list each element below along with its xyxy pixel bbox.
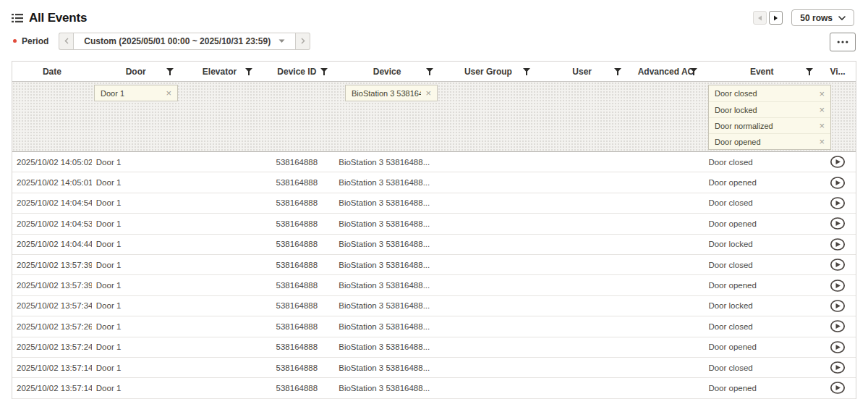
table-header-row: Date Door Elevator Device ID Device User… (12, 62, 856, 82)
column-label: Advanced AC (638, 67, 694, 77)
view-video-button[interactable] (830, 156, 846, 168)
play-circle-icon (830, 217, 846, 230)
door-filter-chip: Door 1 × (94, 85, 178, 101)
view-video-button[interactable] (830, 280, 846, 292)
play-circle-icon (830, 156, 846, 168)
event-filter-chip: Door closed × (709, 85, 830, 101)
column-label: Date (43, 67, 61, 77)
table-row: 2025/10/02 13:57:14 Door 1 538164888 Bio… (12, 358, 856, 378)
column-header-user[interactable]: User (537, 62, 628, 81)
table-row: 2025/10/02 13:57:26 Door 1 538164888 Bio… (12, 316, 856, 337)
funnel-icon[interactable] (523, 68, 530, 75)
funnel-icon[interactable] (320, 68, 328, 75)
view-video-button[interactable] (830, 197, 846, 209)
view-video-button[interactable] (830, 259, 846, 271)
cell-device-id: 538164888 (259, 322, 334, 331)
close-icon[interactable]: × (819, 137, 825, 146)
cell-door: Door 1 (92, 198, 180, 207)
cell-door: Door 1 (92, 281, 180, 290)
cell-device: BioStation 3 53816488... (334, 301, 440, 310)
table-row: 2025/10/02 14:04:44 Door 1 538164888 Bio… (12, 235, 856, 255)
cell-view (820, 259, 856, 271)
play-circle-icon (830, 259, 846, 271)
funnel-icon[interactable] (426, 68, 433, 75)
cell-event: Door closed (704, 322, 820, 331)
view-video-button[interactable] (830, 382, 846, 394)
column-header-event[interactable]: Event (704, 62, 820, 81)
cell-date: 2025/10/02 13:57:39 (12, 281, 92, 290)
device-filter-chip: BioStation 3 538164... × (345, 85, 438, 101)
column-header-advanced-ac[interactable]: Advanced AC (628, 62, 705, 81)
view-video-button[interactable] (830, 177, 846, 189)
close-icon[interactable]: × (819, 89, 825, 98)
cell-door: Door 1 (92, 364, 180, 372)
title-bar: All Events 50 rows (12, 9, 856, 28)
column-header-elevator[interactable]: Elevator (180, 62, 260, 81)
period-control: Custom (2025/05/01 00:00 ~ 2025/10/31 23… (59, 33, 310, 50)
funnel-icon[interactable] (614, 68, 621, 75)
column-label: User Group (464, 67, 512, 77)
view-video-button[interactable] (830, 320, 846, 332)
period-prev-button[interactable] (59, 33, 73, 50)
view-video-button[interactable] (830, 300, 846, 312)
chip-label: Door closed (715, 89, 757, 98)
cell-view (820, 361, 856, 374)
left-arrow-icon (757, 15, 762, 21)
view-video-button[interactable] (830, 361, 846, 374)
column-label: User (572, 67, 592, 77)
rows-per-page-select[interactable]: 50 rows (791, 9, 854, 26)
next-page-button[interactable] (769, 11, 783, 25)
view-video-button[interactable] (830, 341, 846, 353)
cell-date: 2025/10/02 13:57:26 (12, 322, 92, 331)
column-header-vi-[interactable]: Vi... (820, 62, 856, 81)
period-next-button[interactable] (296, 33, 310, 50)
cell-date: 2025/10/02 14:04:54 (12, 198, 92, 207)
caret-down-icon (278, 39, 285, 43)
more-options-button[interactable] (830, 33, 856, 51)
prev-page-button[interactable] (753, 11, 767, 25)
view-video-button[interactable] (830, 238, 846, 251)
table-row: 2025/10/02 13:57:39 Door 1 538164888 Bio… (12, 255, 856, 275)
period-value: Custom (2025/05/01 00:00 ~ 2025/10/31 23… (84, 36, 271, 46)
close-icon[interactable]: × (819, 105, 825, 114)
cell-view (820, 217, 856, 230)
cell-device: BioStation 3 53816488... (334, 343, 440, 351)
funnel-icon[interactable] (806, 68, 813, 75)
column-label: Event (750, 67, 774, 77)
period-dropdown[interactable]: Custom (2025/05/01 00:00 ~ 2025/10/31 23… (73, 33, 296, 50)
funnel-icon[interactable] (690, 68, 697, 75)
table-row: 2025/10/02 14:04:53 Door 1 538164888 Bio… (12, 214, 856, 234)
cell-event: Door opened (704, 343, 820, 351)
period-bar: Period Custom (2025/05/01 00:00 ~ 2025/1… (13, 32, 310, 50)
period-label: Period (22, 36, 48, 46)
cell-date: 2025/10/02 13:57:34 (12, 301, 92, 310)
play-circle-icon (830, 300, 846, 312)
cell-device-id: 538164888 (259, 364, 334, 372)
close-icon[interactable]: × (166, 88, 171, 98)
column-header-date[interactable]: Date (12, 62, 92, 81)
chip-label: BioStation 3 538164... (352, 89, 421, 98)
cell-device-id: 538164888 (259, 158, 334, 167)
cell-device-id: 538164888 (259, 301, 334, 310)
cell-device: BioStation 3 53816488... (334, 198, 440, 207)
cell-event: Door closed (704, 198, 820, 207)
play-circle-icon (830, 320, 846, 332)
cell-date: 2025/10/02 14:05:01 (12, 178, 92, 187)
cell-date: 2025/10/02 14:04:53 (12, 219, 92, 228)
funnel-icon[interactable] (166, 68, 174, 75)
column-header-device-id[interactable]: Device ID (259, 62, 334, 81)
column-header-device[interactable]: Device (334, 62, 440, 81)
chip-label: Door normalized (715, 122, 773, 130)
cell-event: Door closed (704, 261, 820, 269)
chip-label: Door 1 (101, 89, 124, 98)
funnel-icon[interactable] (245, 68, 252, 75)
cell-date: 2025/10/02 13:57:14 (12, 364, 92, 372)
cell-device: BioStation 3 53816488... (334, 364, 440, 372)
column-header-door[interactable]: Door (92, 62, 180, 81)
view-video-button[interactable] (830, 217, 846, 230)
column-header-user-group[interactable]: User Group (440, 62, 537, 81)
close-icon[interactable]: × (819, 121, 825, 130)
play-circle-icon (830, 382, 846, 394)
event-filter-chip: Door normalized × (709, 117, 830, 133)
close-icon[interactable]: × (425, 88, 431, 98)
